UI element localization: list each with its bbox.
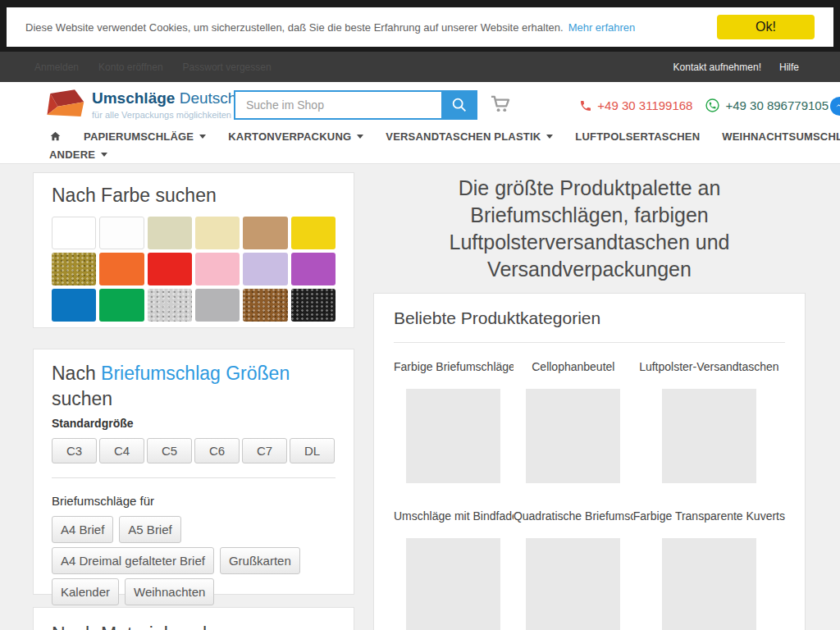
nav-item-label: KARTONVERPACKUNG	[228, 130, 351, 143]
cookie-banner: Diese Website verwendet Cookies, um sich…	[7, 7, 833, 47]
phone-link[interactable]: +49 30 31199168	[579, 98, 692, 112]
size-button-dl[interactable]: DL	[290, 438, 335, 463]
topbar-link-kontakt-aufnehmen[interactable]: Kontakt aufnehmen!	[673, 62, 761, 73]
nav-home[interactable]	[49, 130, 62, 142]
categories-divider	[394, 342, 785, 343]
envelopes-for-button-row: A4 BriefA5 BriefA4 Dreimal gefalteter Br…	[52, 516, 336, 605]
category-label-farbige-briefumschl-ge[interactable]: Farbige Briefumschläge	[394, 360, 514, 375]
topbar-link-konto-er-ffnen[interactable]: Konto eröffnen	[98, 62, 163, 73]
main-nav-row-2: ANDERE	[49, 145, 832, 163]
color-swatch-red[interactable]	[148, 253, 192, 285]
nav-item-luftpolsertaschen[interactable]: LUFTPOLSERTASCHEN	[575, 130, 700, 143]
headline-line: Luftpolsterversandtaschen und	[373, 229, 806, 256]
size-title-link[interactable]: Briefumschlag Größen	[101, 363, 290, 384]
for-button-a5-brief[interactable]: A5 Brief	[119, 516, 180, 543]
nav-item-label: PAPIERUMSCHLÄGE	[84, 130, 194, 143]
whatsapp-icon	[705, 98, 720, 113]
cart-icon	[490, 94, 510, 113]
phone-icon	[579, 99, 592, 112]
color-swatch-orange[interactable]	[99, 253, 144, 285]
logo-title-bold: Umschläge	[92, 89, 175, 107]
category-label-cellophanbeutel[interactable]: Cellophanbeutel	[514, 360, 633, 375]
main-nav: PAPIERUMSCHLÄGEKARTONVERPACKUNGVERSANDTA…	[49, 127, 832, 163]
size-button-c5[interactable]: C5	[147, 438, 192, 463]
cart-button[interactable]	[490, 94, 510, 116]
size-button-c7[interactable]: C7	[242, 438, 287, 463]
whatsapp-number: +49 30 896779105	[725, 98, 829, 112]
size-title-prefix: Nach	[52, 363, 101, 384]
category-image-quadratische-briefumschl-ge[interactable]	[526, 538, 620, 630]
size-panel-divider	[52, 477, 336, 478]
category-image-umschl-ge-mit-bindfaden[interactable]	[406, 538, 500, 630]
color-swatch-silver[interactable]	[148, 289, 192, 322]
search-box	[234, 90, 477, 120]
cookie-overlay: Diese Website verwendet Cookies, um sich…	[0, 0, 840, 52]
for-button-a4-brief[interactable]: A4 Brief	[52, 516, 113, 543]
color-swatch-green[interactable]	[99, 289, 144, 322]
for-button-weihnachten[interactable]: Weihnachten	[125, 578, 214, 605]
for-button-kalender[interactable]: Kalender	[52, 578, 119, 605]
category-grid: Farbige BriefumschlägeCellophanbeutelLuf…	[394, 360, 785, 630]
for-button-a4-dreimal-gefalteter-brief[interactable]: A4 Dreimal gefalteter Brief	[52, 547, 214, 574]
size-filter-panel: Nach Briefumschlag Größen suchen Standar…	[33, 349, 354, 595]
color-swatch-cream[interactable]	[195, 217, 240, 249]
size-button-c6[interactable]: C6	[194, 438, 240, 463]
color-swatch-brown[interactable]	[243, 289, 287, 322]
messenger-icon	[834, 101, 840, 112]
size-button-c3[interactable]: C3	[52, 438, 97, 463]
color-swatch-ivory[interactable]	[148, 217, 192, 249]
nav-item-papierumschl-ge[interactable]: PAPIERUMSCHLÄGE	[84, 130, 206, 143]
category-label-luftpolster-versandtaschen[interactable]: Luftpolster-Versandtaschen	[633, 360, 785, 375]
main-nav-row-1: PAPIERUMSCHLÄGEKARTONVERPACKUNGVERSANDTA…	[49, 127, 832, 145]
cookie-ok-button[interactable]: Ok!	[717, 15, 815, 39]
color-swatch-white[interactable]	[52, 217, 96, 249]
header: Umschläge Deutschland für alle Verpackun…	[0, 82, 840, 164]
whatsapp-link[interactable]: +49 30 896779105	[705, 98, 829, 113]
for-button-gru-karten[interactable]: Grußkarten	[220, 547, 300, 574]
headline-line: Die größte Produktpalette an	[373, 175, 806, 202]
category-image-luftpolster-versandtaschen[interactable]	[662, 389, 756, 483]
material-panel-title: Nach Material suchen	[52, 623, 336, 630]
phone-number: +49 30 31199168	[597, 98, 692, 112]
topbar-link-anmelden[interactable]: Anmelden	[34, 62, 79, 73]
popular-categories-panel: Beliebte Produktkategorien Farbige Brief…	[373, 293, 806, 630]
category-label-quadratische-briefumschl-ge[interactable]: Quadratische Briefumschläge	[514, 509, 633, 524]
color-swatch-white-wove[interactable]	[99, 217, 144, 249]
search-button[interactable]	[441, 90, 477, 120]
nav-item-weihnachtsumschl-ge[interactable]: WEIHNACHTSUMSCHLÄGE	[722, 130, 840, 143]
topbar-link-passwort-vergessen[interactable]: Passwort vergessen	[183, 62, 272, 73]
topbar-link-hilfe[interactable]: Hilfe	[779, 62, 799, 73]
size-title-suffix: suchen	[52, 388, 112, 409]
envelopes-for-label: Briefumschläge für	[52, 494, 336, 508]
category-card-umschl-ge-mit-bindfaden: Umschläge mit Bindfaden	[394, 509, 514, 630]
search-input[interactable]	[234, 90, 441, 120]
color-swatch-pink[interactable]	[195, 253, 240, 285]
category-image-farbige-briefumschl-ge[interactable]	[406, 389, 500, 483]
category-card-luftpolster-versandtaschen: Luftpolster-Versandtaschen	[633, 360, 785, 483]
category-image-farbige-transparente-kuverts[interactable]	[662, 538, 756, 630]
color-swatch-purple[interactable]	[291, 253, 336, 285]
nav-item-andere[interactable]: ANDERE	[49, 148, 107, 161]
category-card-farbige-briefumschl-ge: Farbige Briefumschläge	[394, 360, 514, 483]
color-swatch-tan[interactable]	[243, 217, 287, 249]
color-swatch-yellow[interactable]	[291, 217, 336, 249]
category-image-cellophanbeutel[interactable]	[526, 389, 620, 483]
color-swatch-lilac[interactable]	[243, 253, 287, 285]
size-button-c4[interactable]: C4	[99, 438, 144, 463]
color-swatch-gray[interactable]	[195, 289, 240, 322]
page-headline: Die größte Produktpalette anBriefumschlä…	[373, 175, 806, 283]
messenger-button[interactable]	[830, 97, 840, 116]
nav-item-versandtaschen-plastik[interactable]: VERSANDTASCHEN PLASTIK	[386, 130, 553, 143]
color-swatch-black[interactable]	[291, 289, 336, 322]
color-swatch-gold[interactable]	[52, 253, 96, 285]
caret-down-icon	[199, 135, 206, 139]
nav-item-kartonverpackung[interactable]: KARTONVERPACKUNG	[228, 130, 363, 143]
color-swatch-blue[interactable]	[52, 289, 96, 322]
color-filter-panel: Nach Farbe suchen	[33, 172, 354, 328]
category-label-farbige-transparente-kuverts[interactable]: Farbige Transparente Kuverts	[633, 509, 785, 524]
category-label-umschl-ge-mit-bindfaden[interactable]: Umschläge mit Bindfaden	[394, 509, 514, 524]
cookie-more-link[interactable]: Mehr erfahren	[568, 21, 636, 34]
logo[interactable]: Umschläge Deutschland für alle Verpackun…	[41, 88, 266, 121]
contact-numbers: +49 30 31199168 +49 30 896779105	[579, 98, 829, 113]
headline-line: Briefumschlägen, farbigen	[373, 202, 806, 229]
